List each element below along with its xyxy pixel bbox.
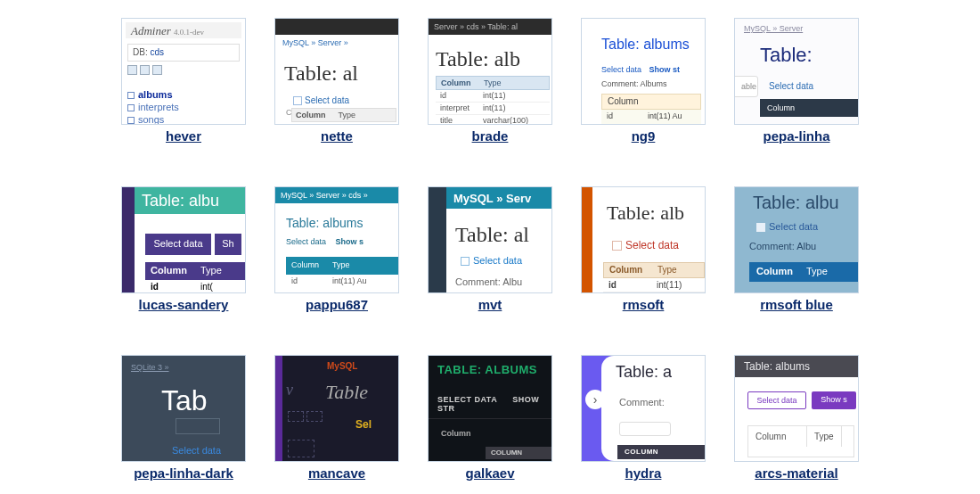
theme-card-brade: Server » cds » Table: al Table: alb Colu… bbox=[428, 18, 552, 144]
theme-card-rmsoft: Table: alb Select data ColumnType idint(… bbox=[581, 186, 706, 312]
theme-link[interactable]: rmsoft bbox=[623, 297, 665, 312]
app-header: Adminer 4.0.1-dev bbox=[126, 22, 241, 38]
select-data-link[interactable]: Select data bbox=[769, 81, 813, 91]
box-icon[interactable] bbox=[288, 411, 304, 422]
table-row: idint(11) bbox=[603, 278, 705, 292]
theme-thumbnail[interactable]: Server » cds » Table: al Table: alb Colu… bbox=[428, 18, 552, 125]
theme-thumbnail[interactable]: MySQL » Server » Table: al Select data C… bbox=[274, 18, 399, 125]
theme-thumbnail[interactable]: Table: albu Select data Comment: Albu Co… bbox=[734, 186, 859, 293]
tool-icon[interactable] bbox=[127, 65, 137, 75]
sidebar-box[interactable]: able bbox=[734, 76, 758, 97]
breadcrumb[interactable]: MySQL bbox=[327, 361, 357, 371]
theme-link[interactable]: rmsoft blue bbox=[760, 297, 833, 312]
divider bbox=[429, 418, 551, 419]
select-data-link[interactable]: Select data bbox=[601, 65, 641, 74]
theme-link[interactable]: hydra bbox=[625, 465, 662, 481]
column-header-bar: COLUMN bbox=[617, 445, 705, 459]
chevron-right-icon[interactable]: › bbox=[585, 390, 605, 409]
page-title: Table: albums bbox=[286, 216, 363, 230]
breadcrumb-bar[interactable]: MySQL » Serv bbox=[446, 187, 551, 209]
action-links: Select data Show s bbox=[286, 237, 363, 246]
select-data-link[interactable]: Select data bbox=[172, 445, 221, 456]
theme-link[interactable]: hever bbox=[166, 128, 201, 144]
table-link[interactable]: albums bbox=[127, 88, 179, 101]
table-header: ColumnType bbox=[291, 108, 396, 122]
table-link[interactable]: songs bbox=[127, 113, 179, 125]
select-data-link[interactable]: Select data bbox=[461, 255, 522, 266]
table-link[interactable]: interprets bbox=[127, 101, 179, 113]
toolbar-boxes bbox=[288, 409, 325, 425]
theme-link[interactable]: pappu687 bbox=[306, 297, 368, 312]
db-value: cds bbox=[150, 47, 164, 57]
sidebar bbox=[122, 187, 135, 292]
page-title: Table: alb bbox=[607, 202, 684, 225]
theme-thumbnail[interactable]: MySQL v Table Sel bbox=[274, 355, 399, 462]
theme-thumbnail[interactable]: TABLE: ALBUMS SELECT DATA SHOW STR Colum… bbox=[428, 355, 552, 462]
theme-link[interactable]: brade bbox=[472, 128, 509, 144]
select-data-button[interactable]: Select data bbox=[747, 391, 806, 409]
select-data-button[interactable]: SELECT DATA bbox=[437, 395, 497, 404]
comment-text: Comment: Albu bbox=[455, 276, 522, 287]
table-row: idint(11) Au bbox=[601, 110, 701, 124]
theme-link[interactable]: galkaev bbox=[465, 465, 514, 481]
breadcrumb[interactable]: MySQL » Server » bbox=[282, 38, 348, 47]
tool-icon[interactable] bbox=[152, 65, 162, 75]
theme-link[interactable]: ng9 bbox=[632, 128, 656, 144]
show-structure-link[interactable]: Show s bbox=[336, 237, 364, 246]
theme-thumbnail[interactable]: SQLite 3 » Tab Select data bbox=[121, 355, 246, 462]
theme-card-arcs-material: Table: albums Select data Show s Column … bbox=[734, 355, 859, 481]
input-pill[interactable] bbox=[619, 422, 671, 436]
table-header: Column Type bbox=[748, 426, 853, 447]
show-structure-link[interactable]: Show st bbox=[649, 65, 681, 74]
show-structure-button[interactable]: Show s bbox=[812, 391, 856, 409]
theme-thumbnail[interactable]: MySQL » Server Table: able Select data C… bbox=[734, 18, 859, 125]
theme-link[interactable]: mancave bbox=[308, 465, 365, 481]
theme-thumbnail[interactable]: Table: albums Select data Show s Column … bbox=[734, 355, 859, 462]
gallery-row: Adminer 4.0.1-dev DB: cds albums interpr… bbox=[121, 18, 859, 144]
theme-gallery: Adminer 4.0.1-dev DB: cds albums interpr… bbox=[0, 18, 980, 481]
select-data-link[interactable]: Select data bbox=[756, 221, 818, 232]
theme-link[interactable]: mvt bbox=[478, 297, 502, 312]
theme-thumbnail[interactable]: Adminer 4.0.1-dev DB: cds albums interpr… bbox=[121, 18, 246, 125]
theme-link[interactable]: pepa-linha-dark bbox=[134, 465, 233, 481]
table-header: ColumnType bbox=[749, 262, 858, 282]
theme-card-lucas-sandery: Table: albu Select data Sh ColumnType id… bbox=[121, 186, 246, 312]
box-icon[interactable] bbox=[306, 411, 323, 422]
theme-link[interactable]: pepa-linha bbox=[763, 128, 829, 144]
breadcrumb-bar[interactable]: MySQL » Server » cds » bbox=[275, 187, 398, 203]
select-data-link[interactable]: Select data bbox=[293, 95, 349, 105]
theme-thumbnail[interactable]: MySQL » Serv Table: al Select data Comme… bbox=[428, 186, 552, 293]
action-links: Select data Show st bbox=[601, 65, 680, 74]
table-icon bbox=[127, 104, 135, 111]
select-data-link[interactable]: Select data bbox=[612, 239, 679, 251]
tool-icon[interactable] bbox=[140, 65, 150, 75]
select-data-link[interactable]: Sel bbox=[355, 418, 372, 431]
theme-card-rmsoft-blue: Table: albu Select data Comment: Albu Co… bbox=[734, 186, 859, 312]
db-selector[interactable]: DB: cds bbox=[127, 44, 240, 62]
theme-link[interactable]: lucas-sandery bbox=[139, 297, 229, 312]
show-structure-button[interactable]: Sh bbox=[215, 234, 241, 255]
select-data-link[interactable]: Select data bbox=[286, 237, 326, 246]
title-bar: Table: albums bbox=[735, 356, 858, 377]
table-header: ColumnType bbox=[145, 262, 245, 280]
app-version: 4.0.1-dev bbox=[174, 28, 204, 37]
comment-text: Comment: Albums bbox=[601, 79, 667, 88]
select-data-button[interactable]: Select data bbox=[145, 234, 211, 255]
gallery-row: SQLite 3 » Tab Select data pepa-linha-da… bbox=[121, 355, 859, 481]
breadcrumb-bar[interactable]: Server » cds » Table: al bbox=[429, 19, 551, 35]
breadcrumb[interactable]: SQLite 3 » bbox=[131, 363, 169, 372]
theme-thumbnail[interactable]: Table: albu Select data Sh ColumnType id… bbox=[121, 186, 246, 293]
theme-thumbnail[interactable]: MySQL » Server » cds » Table: albums Sel… bbox=[274, 186, 399, 293]
theme-link[interactable]: arcs-material bbox=[755, 465, 837, 481]
theme-thumbnail[interactable]: › Table: a Comment: COLUMN bbox=[581, 355, 706, 462]
box-icon[interactable] bbox=[288, 440, 314, 457]
table-header: ColumnType bbox=[436, 76, 550, 90]
theme-thumbnail[interactable]: Table: alb Select data ColumnType idint(… bbox=[581, 186, 706, 293]
column-header-bar: Column bbox=[760, 99, 858, 117]
theme-link[interactable]: nette bbox=[321, 128, 353, 144]
dev-badge: v bbox=[286, 381, 293, 399]
breadcrumb[interactable]: MySQL » Server bbox=[744, 24, 803, 33]
toolbar-icons bbox=[127, 65, 165, 77]
theme-thumbnail[interactable]: Table: albums Select data Show st Commen… bbox=[581, 18, 706, 125]
table-row: idint( bbox=[145, 280, 245, 293]
